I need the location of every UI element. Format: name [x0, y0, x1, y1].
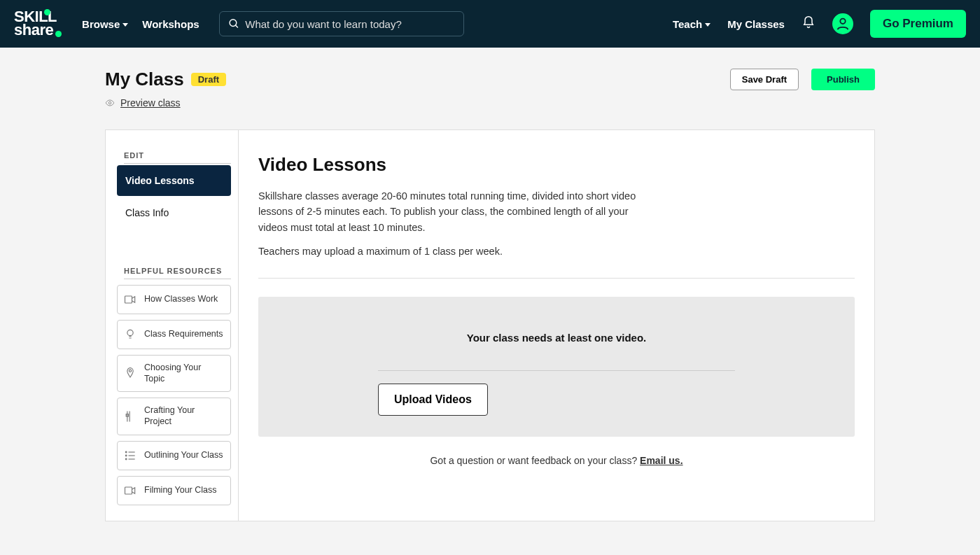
- resource-label: How Classes Work: [144, 294, 223, 305]
- resource-label: Crafting Your Project: [144, 405, 223, 427]
- teach-label: Teach: [673, 18, 702, 30]
- svg-rect-4: [125, 296, 132, 303]
- list-icon: [123, 449, 137, 463]
- logo-dot-icon: [55, 31, 62, 37]
- question-row: Got a question or want feedback on your …: [258, 455, 855, 466]
- resource-label: Filming Your Class: [144, 485, 223, 496]
- svg-point-0: [230, 20, 237, 27]
- svg-line-1: [235, 25, 237, 27]
- svg-point-3: [108, 101, 111, 104]
- logo-text-line2: share: [14, 21, 53, 38]
- video-icon: [123, 293, 137, 307]
- upload-callout: Your class needs at least one video. Upl…: [258, 297, 855, 437]
- preview-class-link[interactable]: Preview class: [120, 97, 181, 108]
- publish-button[interactable]: Publish: [811, 69, 875, 90]
- bell-icon: [802, 15, 816, 29]
- resource-label: Outlining Your Class: [144, 450, 223, 461]
- resource-label: Class Requirements: [144, 329, 223, 340]
- sidebar-section-edit: EDIT: [124, 151, 231, 164]
- callout-message: Your class needs at least one video.: [272, 332, 841, 344]
- upload-videos-button[interactable]: Upload Videos: [378, 384, 488, 416]
- avatar[interactable]: [832, 13, 853, 34]
- divider: [258, 278, 855, 279]
- resource-outlining-class[interactable]: Outlining Your Class: [117, 441, 231, 470]
- resource-class-requirements[interactable]: Class Requirements: [117, 320, 231, 349]
- resource-crafting-project[interactable]: Crafting Your Project: [117, 398, 231, 435]
- page-title: My Class: [105, 69, 184, 90]
- preview-row: Preview class: [105, 97, 875, 108]
- camera-icon: [123, 484, 137, 498]
- sidebar: EDIT Video Lessons Class Info HELPFUL RE…: [106, 130, 239, 521]
- pin-icon: [123, 367, 137, 381]
- eye-icon: [105, 98, 115, 108]
- tools-icon: [123, 409, 137, 423]
- svg-point-8: [125, 451, 127, 453]
- svg-rect-14: [125, 487, 132, 494]
- workshops-link[interactable]: Workshops: [142, 18, 199, 30]
- resource-label: Choosing Your Topic: [144, 363, 223, 384]
- callout-divider: [378, 370, 735, 371]
- editor-card: EDIT Video Lessons Class Info HELPFUL RE…: [105, 129, 875, 521]
- my-classes-link[interactable]: My Classes: [727, 18, 785, 30]
- search-box[interactable]: [219, 11, 464, 36]
- browse-menu[interactable]: Browse: [82, 18, 128, 30]
- svg-point-10: [125, 455, 127, 456]
- description-paragraph-1: Skillshare classes average 20-60 minutes…: [258, 188, 650, 235]
- nav-right: Teach My Classes Go Premium: [673, 10, 966, 38]
- workshops-label: Workshops: [142, 18, 199, 30]
- svg-point-2: [840, 19, 845, 24]
- resource-how-classes-work[interactable]: How Classes Work: [117, 285, 231, 314]
- browse-label: Browse: [82, 18, 120, 30]
- logo[interactable]: SKILL share: [14, 10, 57, 36]
- sidebar-item-video-lessons[interactable]: Video Lessons: [117, 165, 231, 196]
- question-text: Got a question or want feedback on your …: [430, 455, 640, 466]
- main-panel: Video Lessons Skillshare classes average…: [239, 130, 874, 521]
- my-classes-label: My Classes: [727, 18, 785, 30]
- draft-badge: Draft: [191, 73, 226, 86]
- resource-choosing-topic[interactable]: Choosing Your Topic: [117, 355, 231, 392]
- svg-point-6: [129, 370, 131, 372]
- svg-point-5: [127, 330, 133, 335]
- main-heading: Video Lessons: [258, 154, 855, 176]
- go-premium-button[interactable]: Go Premium: [870, 10, 966, 38]
- nav-left: Browse Workshops: [82, 18, 200, 30]
- chevron-down-icon: [705, 23, 710, 27]
- search-input[interactable]: [245, 18, 454, 30]
- page-container: My Class Draft Save Draft Publish Previe…: [105, 48, 875, 521]
- sidebar-item-class-info[interactable]: Class Info: [117, 197, 231, 228]
- sidebar-section-resources: HELPFUL RESOURCES: [124, 267, 231, 279]
- notifications-button[interactable]: [802, 15, 816, 32]
- svg-point-12: [125, 458, 127, 460]
- teach-menu[interactable]: Teach: [673, 18, 710, 30]
- description-paragraph-2: Teachers may upload a maximum of 1 class…: [258, 244, 650, 259]
- email-us-link[interactable]: Email us.: [640, 455, 682, 466]
- page-header: My Class Draft Save Draft Publish: [105, 69, 875, 90]
- resource-filming-class[interactable]: Filming Your Class: [117, 476, 231, 505]
- search-icon: [228, 17, 240, 30]
- topbar: SKILL share Browse Workshops Teach My Cl…: [0, 0, 980, 48]
- lightbulb-icon: [123, 328, 137, 342]
- chevron-down-icon: [122, 23, 128, 27]
- save-draft-button[interactable]: Save Draft: [730, 69, 799, 90]
- user-icon: [835, 16, 850, 31]
